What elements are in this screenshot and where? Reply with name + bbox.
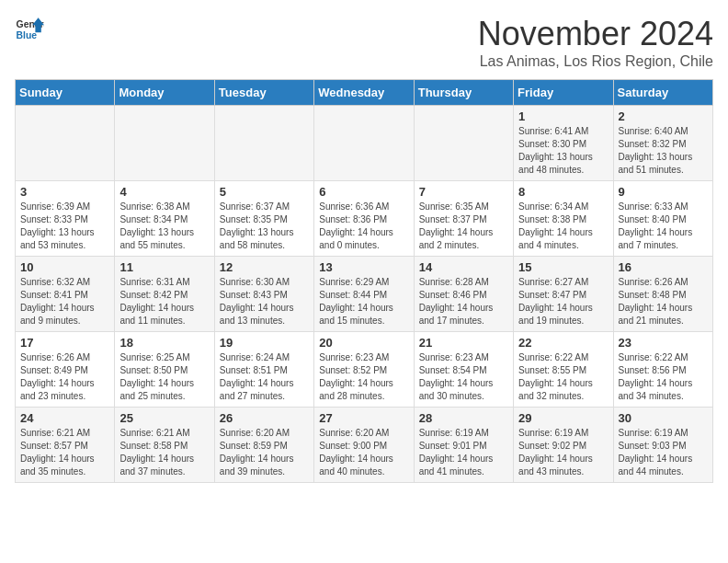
day-detail: Sunrise: 6:33 AM Sunset: 8:40 PM Dayligh… <box>619 201 708 252</box>
day-number: 9 <box>619 185 708 199</box>
day-number: 26 <box>220 411 309 425</box>
calendar-cell: 9Sunrise: 6:33 AM Sunset: 8:40 PM Daylig… <box>613 181 712 257</box>
calendar-table: SundayMondayTuesdayWednesdayThursdayFrid… <box>15 79 713 483</box>
day-number: 10 <box>20 260 109 274</box>
day-number: 27 <box>319 411 408 425</box>
calendar-cell: 7Sunrise: 6:35 AM Sunset: 8:37 PM Daylig… <box>414 181 513 257</box>
calendar-cell: 20Sunrise: 6:23 AM Sunset: 8:52 PM Dayli… <box>314 332 414 408</box>
calendar-cell: 5Sunrise: 6:37 AM Sunset: 8:35 PM Daylig… <box>214 181 313 257</box>
day-detail: Sunrise: 6:31 AM Sunset: 8:42 PM Dayligh… <box>119 276 209 327</box>
calendar-cell: 19Sunrise: 6:24 AM Sunset: 8:51 PM Dayli… <box>214 332 313 408</box>
calendar-week-row: 3Sunrise: 6:39 AM Sunset: 8:33 PM Daylig… <box>16 181 713 257</box>
calendar-cell: 17Sunrise: 6:26 AM Sunset: 8:49 PM Dayli… <box>16 332 115 408</box>
day-number: 22 <box>518 336 608 350</box>
location-subtitle: Las Animas, Los Rios Region, Chile <box>478 53 713 70</box>
day-detail: Sunrise: 6:23 AM Sunset: 8:54 PM Dayligh… <box>419 351 508 403</box>
calendar-cell: 21Sunrise: 6:23 AM Sunset: 8:54 PM Dayli… <box>414 332 513 408</box>
calendar-cell: 4Sunrise: 6:38 AM Sunset: 8:34 PM Daylig… <box>115 181 214 257</box>
day-detail: Sunrise: 6:40 AM Sunset: 8:32 PM Dayligh… <box>619 125 708 177</box>
day-detail: Sunrise: 6:34 AM Sunset: 8:38 PM Dayligh… <box>518 201 608 252</box>
day-number: 24 <box>20 411 109 425</box>
weekday-header: Monday <box>115 80 214 106</box>
calendar-week-row: 24Sunrise: 6:21 AM Sunset: 8:57 PM Dayli… <box>16 408 713 483</box>
day-number: 21 <box>419 336 508 350</box>
calendar-cell: 11Sunrise: 6:31 AM Sunset: 8:42 PM Dayli… <box>115 257 214 332</box>
day-detail: Sunrise: 6:37 AM Sunset: 8:35 PM Dayligh… <box>220 201 309 252</box>
svg-text:Blue: Blue <box>17 30 38 40</box>
day-detail: Sunrise: 6:38 AM Sunset: 8:34 PM Dayligh… <box>119 201 209 252</box>
day-detail: Sunrise: 6:24 AM Sunset: 8:51 PM Dayligh… <box>220 351 309 403</box>
calendar-cell: 30Sunrise: 6:19 AM Sunset: 9:03 PM Dayli… <box>613 408 712 483</box>
day-number: 1 <box>518 109 608 123</box>
calendar-cell <box>214 106 313 181</box>
day-detail: Sunrise: 6:22 AM Sunset: 8:55 PM Dayligh… <box>518 351 608 403</box>
calendar-cell: 12Sunrise: 6:30 AM Sunset: 8:43 PM Dayli… <box>214 257 313 332</box>
calendar-cell: 28Sunrise: 6:19 AM Sunset: 9:01 PM Dayli… <box>414 408 513 483</box>
calendar-cell: 14Sunrise: 6:28 AM Sunset: 8:46 PM Dayli… <box>414 257 513 332</box>
day-number: 13 <box>319 260 408 274</box>
day-detail: Sunrise: 6:32 AM Sunset: 8:41 PM Dayligh… <box>20 276 109 327</box>
calendar-cell: 29Sunrise: 6:19 AM Sunset: 9:02 PM Dayli… <box>514 408 613 483</box>
day-detail: Sunrise: 6:19 AM Sunset: 9:02 PM Dayligh… <box>518 427 608 478</box>
day-number: 14 <box>419 260 508 274</box>
day-number: 8 <box>518 185 608 199</box>
day-number: 3 <box>20 185 109 199</box>
day-detail: Sunrise: 6:21 AM Sunset: 8:58 PM Dayligh… <box>119 427 209 478</box>
day-detail: Sunrise: 6:22 AM Sunset: 8:56 PM Dayligh… <box>619 351 708 403</box>
day-detail: Sunrise: 6:23 AM Sunset: 8:52 PM Dayligh… <box>319 351 408 403</box>
day-detail: Sunrise: 6:29 AM Sunset: 8:44 PM Dayligh… <box>319 276 408 327</box>
calendar-cell: 22Sunrise: 6:22 AM Sunset: 8:55 PM Dayli… <box>514 332 613 408</box>
day-detail: Sunrise: 6:28 AM Sunset: 8:46 PM Dayligh… <box>419 276 508 327</box>
calendar-cell: 10Sunrise: 6:32 AM Sunset: 8:41 PM Dayli… <box>16 257 115 332</box>
day-detail: Sunrise: 6:36 AM Sunset: 8:36 PM Dayligh… <box>319 201 408 252</box>
day-number: 29 <box>518 411 608 425</box>
page-header: General Blue November 2024 Las Animas, L… <box>15 15 713 70</box>
day-detail: Sunrise: 6:20 AM Sunset: 9:00 PM Dayligh… <box>319 427 408 478</box>
calendar-cell: 13Sunrise: 6:29 AM Sunset: 8:44 PM Dayli… <box>314 257 414 332</box>
day-number: 25 <box>119 411 209 425</box>
day-number: 15 <box>518 260 608 274</box>
calendar-cell: 2Sunrise: 6:40 AM Sunset: 8:32 PM Daylig… <box>613 106 712 181</box>
weekday-header: Thursday <box>414 80 513 106</box>
calendar-cell: 23Sunrise: 6:22 AM Sunset: 8:56 PM Dayli… <box>613 332 712 408</box>
day-detail: Sunrise: 6:30 AM Sunset: 8:43 PM Dayligh… <box>220 276 309 327</box>
calendar-cell: 25Sunrise: 6:21 AM Sunset: 8:58 PM Dayli… <box>115 408 214 483</box>
day-number: 2 <box>619 109 708 123</box>
title-block: November 2024 Las Animas, Los Rios Regio… <box>478 15 713 70</box>
day-detail: Sunrise: 6:20 AM Sunset: 8:59 PM Dayligh… <box>220 427 309 478</box>
day-number: 11 <box>119 260 209 274</box>
logo-icon: General Blue <box>15 15 44 44</box>
day-detail: Sunrise: 6:21 AM Sunset: 8:57 PM Dayligh… <box>20 427 109 478</box>
day-number: 16 <box>619 260 708 274</box>
month-title: November 2024 <box>478 15 713 53</box>
day-detail: Sunrise: 6:35 AM Sunset: 8:37 PM Dayligh… <box>419 201 508 252</box>
day-detail: Sunrise: 6:19 AM Sunset: 9:03 PM Dayligh… <box>619 427 708 478</box>
day-number: 12 <box>220 260 309 274</box>
weekday-header: Sunday <box>16 80 115 106</box>
day-detail: Sunrise: 6:41 AM Sunset: 8:30 PM Dayligh… <box>518 125 608 177</box>
calendar-cell: 6Sunrise: 6:36 AM Sunset: 8:36 PM Daylig… <box>314 181 414 257</box>
weekday-header: Saturday <box>613 80 712 106</box>
calendar-cell: 3Sunrise: 6:39 AM Sunset: 8:33 PM Daylig… <box>16 181 115 257</box>
day-number: 17 <box>20 336 109 350</box>
day-number: 19 <box>220 336 309 350</box>
day-detail: Sunrise: 6:19 AM Sunset: 9:01 PM Dayligh… <box>419 427 508 478</box>
calendar-cell: 18Sunrise: 6:25 AM Sunset: 8:50 PM Dayli… <box>115 332 214 408</box>
day-detail: Sunrise: 6:27 AM Sunset: 8:47 PM Dayligh… <box>518 276 608 327</box>
calendar-cell: 16Sunrise: 6:26 AM Sunset: 8:48 PM Dayli… <box>613 257 712 332</box>
weekday-header-row: SundayMondayTuesdayWednesdayThursdayFrid… <box>16 80 713 106</box>
calendar-cell: 1Sunrise: 6:41 AM Sunset: 8:30 PM Daylig… <box>514 106 613 181</box>
calendar-cell: 26Sunrise: 6:20 AM Sunset: 8:59 PM Dayli… <box>214 408 313 483</box>
logo: General Blue <box>15 15 44 44</box>
calendar-cell <box>314 106 414 181</box>
day-number: 6 <box>319 185 408 199</box>
day-number: 23 <box>619 336 708 350</box>
day-number: 5 <box>220 185 309 199</box>
calendar-week-row: 1Sunrise: 6:41 AM Sunset: 8:30 PM Daylig… <box>16 106 713 181</box>
day-number: 20 <box>319 336 408 350</box>
day-number: 7 <box>419 185 508 199</box>
day-number: 28 <box>419 411 508 425</box>
calendar-week-row: 10Sunrise: 6:32 AM Sunset: 8:41 PM Dayli… <box>16 257 713 332</box>
calendar-cell: 15Sunrise: 6:27 AM Sunset: 8:47 PM Dayli… <box>514 257 613 332</box>
calendar-cell <box>16 106 115 181</box>
